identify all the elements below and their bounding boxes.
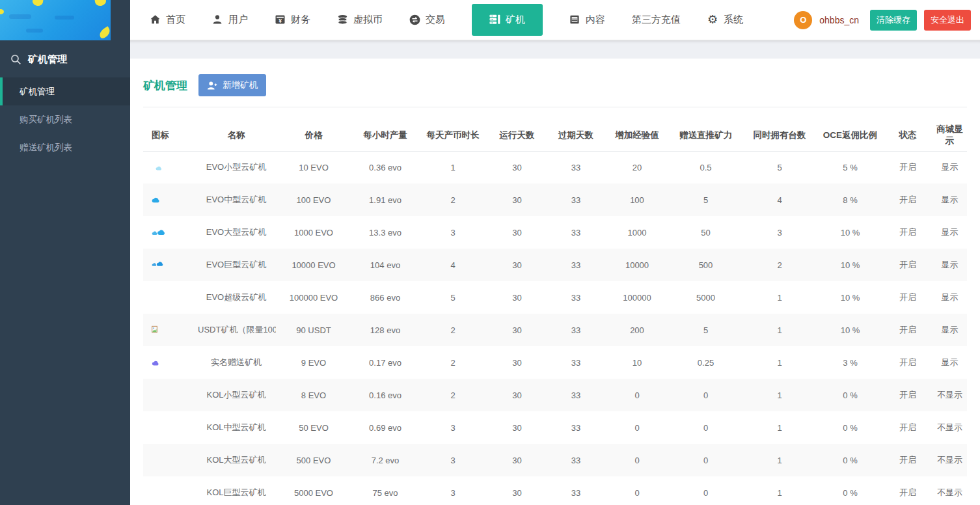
cell-expire-days: 33 — [547, 216, 605, 249]
column-header-1: 名称 — [197, 120, 276, 151]
cell-oce-rate: 5 % — [817, 151, 883, 184]
cell-run-days: 30 — [487, 411, 547, 444]
nav-item-label: 虚拟币 — [353, 14, 383, 26]
nav-item-trade[interactable]: 交易 — [409, 14, 445, 26]
cell-expire-days: 33 — [547, 346, 605, 379]
cell-run-days: 30 — [487, 249, 547, 281]
cell-status: 开启 — [883, 314, 932, 346]
cell-run-days: 30 — [487, 151, 547, 184]
add-miner-button[interactable]: 新增矿机 — [198, 74, 266, 96]
logo-leaf-decoration — [94, 0, 107, 7]
table-row: EVO中型云矿机100 EVO1.91 evo23033100548 %开启显示 — [143, 184, 967, 216]
cell-price: 10000 EVO — [276, 249, 351, 281]
cell-run-days: 30 — [487, 444, 547, 476]
cell-exp-gain: 200 — [605, 314, 670, 346]
nav-item-label: 财务 — [291, 14, 310, 26]
cell-name: USDT矿机（限量100台） — [197, 314, 276, 346]
cell-hourly-output: 75 evo — [351, 476, 419, 505]
cell-hourly-output: 13.3 evo — [351, 216, 419, 249]
cell-oce-rate: 0 % — [817, 411, 883, 444]
cell-referral-power: 0.25 — [670, 346, 742, 379]
cell-oce-rate: 3 % — [817, 346, 883, 379]
cell-mall-display: 不显示 — [932, 476, 967, 505]
cell-oce-rate: 8 % — [817, 184, 883, 216]
cell-oce-rate: 0 % — [817, 476, 883, 505]
cell-name: EVO巨型云矿机 — [197, 249, 276, 281]
sidebar-item-miner-management[interactable]: 矿机管理 — [0, 77, 130, 105]
cell-daily-hours: 3 — [419, 444, 487, 476]
cell-mall-display: 不显示 — [932, 444, 967, 476]
nav-item-third-party-recharge[interactable]: 第三方充值 — [632, 14, 681, 26]
cell-status: 开启 — [883, 281, 932, 314]
breadcrumb-band — [130, 40, 980, 59]
sidebar-header-label: 矿机管理 — [28, 53, 67, 66]
server-icon — [489, 14, 500, 25]
cell-exp-gain: 1000 — [605, 216, 670, 249]
cell-oce-rate: 0 % — [817, 444, 883, 476]
cell-price: 100 EVO — [276, 184, 351, 216]
logout-button[interactable]: 安全退出 — [924, 10, 971, 31]
nav-item-users[interactable]: 用户 — [212, 14, 248, 26]
miner-icon — [143, 216, 197, 249]
sidebar-item-purchased-miner-list[interactable]: 购买矿机列表 — [0, 105, 130, 133]
cell-hourly-output: 866 evo — [351, 281, 419, 314]
miner-table: 图标名称价格每小时产量每天产币时长运行天数过期天数增加经验值赠送直推矿力同时拥有… — [143, 120, 967, 505]
cell-exp-gain: 20 — [605, 151, 670, 184]
cell-name: KOL中型云矿机 — [197, 411, 276, 444]
column-header-2: 价格 — [276, 120, 351, 151]
cell-mall-display: 显示 — [932, 346, 967, 379]
sidebar: 矿机管理 矿机管理购买矿机列表赠送矿机列表 — [0, 0, 130, 505]
cell-status: 开启 — [883, 346, 932, 379]
cell-max-units: 1 — [742, 346, 817, 379]
cell-max-units: 3 — [742, 216, 817, 249]
cell-referral-power: 0 — [670, 379, 742, 411]
table-row: KOL巨型云矿机5000 EVO75 evo330330010 %开启不显示 — [143, 476, 967, 505]
cell-daily-hours: 2 — [419, 314, 487, 346]
miner-icon-empty — [143, 444, 197, 476]
cell-max-units: 1 — [742, 476, 817, 505]
avatar[interactable]: O — [794, 11, 812, 29]
nav-item-system[interactable]: ⚙系统 — [707, 14, 743, 26]
user-area: O ohbbs_cn 清除缓存 安全退出 — [794, 10, 971, 31]
cell-expire-days: 33 — [547, 249, 605, 281]
nav-item-content[interactable]: 内容 — [569, 14, 605, 26]
logo-leaf-decoration — [32, 0, 44, 7]
table-row: EVO小型云矿机10 EVO0.36 evo13033200.555 %开启显示 — [143, 151, 967, 184]
coins-icon — [337, 14, 348, 25]
cell-exp-gain: 100000 — [605, 281, 670, 314]
column-header-0: 图标 — [143, 120, 197, 151]
cell-status: 开启 — [883, 216, 932, 249]
username[interactable]: ohbbs_cn — [819, 15, 859, 25]
miner-icon-empty — [143, 281, 197, 314]
nav-item-label: 首页 — [166, 14, 185, 26]
column-header-5: 运行天数 — [487, 120, 547, 151]
cell-oce-rate: 0 % — [817, 379, 883, 411]
nav-item-home[interactable]: 首页 — [150, 14, 185, 26]
cell-name: KOL大型云矿机 — [197, 444, 276, 476]
cell-name: EVO中型云矿机 — [197, 184, 276, 216]
cell-oce-rate: 10 % — [817, 281, 883, 314]
cell-status: 开启 — [883, 444, 932, 476]
cell-expire-days: 33 — [547, 314, 605, 346]
cell-max-units: 4 — [742, 184, 817, 216]
logo-leaf-decoration — [0, 9, 4, 14]
nav-item-miner[interactable]: 矿机 — [472, 4, 543, 36]
cell-run-days: 30 — [487, 379, 547, 411]
cell-max-units: 1 — [742, 444, 817, 476]
nav-item-label: 内容 — [586, 14, 605, 26]
finance-icon: ¥ — [275, 14, 286, 25]
nav-item-label: 交易 — [426, 14, 445, 26]
cell-max-units: 1 — [742, 379, 817, 411]
nav-item-virtual-coin[interactable]: 虚拟币 — [337, 14, 383, 26]
gear-icon: ⚙ — [707, 14, 718, 25]
miner-icon — [143, 151, 197, 184]
cell-hourly-output: 0.36 evo — [351, 151, 419, 184]
cell-run-days: 30 — [487, 281, 547, 314]
sidebar-item-gifted-miner-list[interactable]: 赠送矿机列表 — [0, 133, 130, 161]
cell-referral-power: 0 — [670, 411, 742, 444]
nav-item-finance[interactable]: ¥财务 — [275, 14, 310, 26]
cell-referral-power: 50 — [670, 216, 742, 249]
clear-cache-button[interactable]: 清除缓存 — [870, 10, 917, 31]
cell-exp-gain: 10000 — [605, 249, 670, 281]
cell-oce-rate: 10 % — [817, 314, 883, 346]
